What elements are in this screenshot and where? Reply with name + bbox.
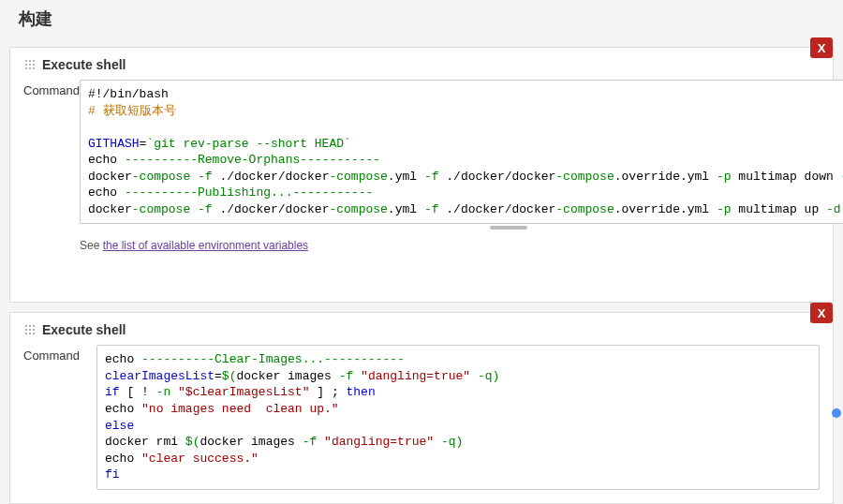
command-label: Command (23, 80, 80, 97)
svg-point-4 (29, 64, 31, 66)
svg-point-6 (25, 67, 27, 69)
svg-point-11 (33, 325, 35, 327)
command-textarea[interactable]: #!/bin/bash # 获取短版本号 GITHASH=`git rev-pa… (80, 80, 843, 224)
delete-step-button[interactable]: X (810, 303, 833, 323)
svg-point-2 (33, 60, 35, 62)
svg-point-17 (33, 333, 35, 334)
svg-point-10 (29, 325, 31, 327)
step-title: Execute shell (42, 57, 126, 72)
section-title: 构建 (9, 0, 834, 37)
command-textarea[interactable]: echo ----------Clear-Images...----------… (96, 345, 820, 489)
svg-point-1 (29, 60, 31, 62)
svg-point-15 (25, 333, 27, 334)
svg-point-13 (29, 329, 31, 331)
svg-point-14 (33, 329, 35, 331)
command-code[interactable]: echo ----------Clear-Images...----------… (97, 346, 819, 488)
svg-point-5 (33, 64, 35, 66)
svg-point-0 (25, 60, 27, 62)
build-step: X Execute shell Command echo ----------C… (9, 312, 834, 503)
drag-handle-icon[interactable] (23, 323, 37, 336)
help-icon[interactable] (832, 408, 841, 418)
command-code[interactable]: #!/bin/bash # 获取短版本号 GITHASH=`git rev-pa… (81, 81, 843, 223)
env-vars-link[interactable]: the list of available environment variab… (103, 239, 308, 252)
svg-point-3 (25, 64, 27, 66)
svg-point-12 (25, 329, 27, 331)
svg-point-8 (33, 67, 35, 69)
command-label: Command (23, 345, 96, 363)
svg-point-16 (29, 333, 31, 334)
svg-point-7 (29, 67, 31, 69)
resize-handle[interactable] (80, 224, 843, 231)
env-help-text: See the list of available environment va… (80, 239, 843, 252)
drag-handle-icon[interactable] (23, 58, 37, 71)
step-title: Execute shell (42, 322, 126, 337)
svg-point-9 (25, 325, 27, 327)
delete-step-button[interactable]: X (810, 37, 833, 58)
build-step: X Execute shell Command #!/bin/bash # 获取… (9, 47, 834, 303)
